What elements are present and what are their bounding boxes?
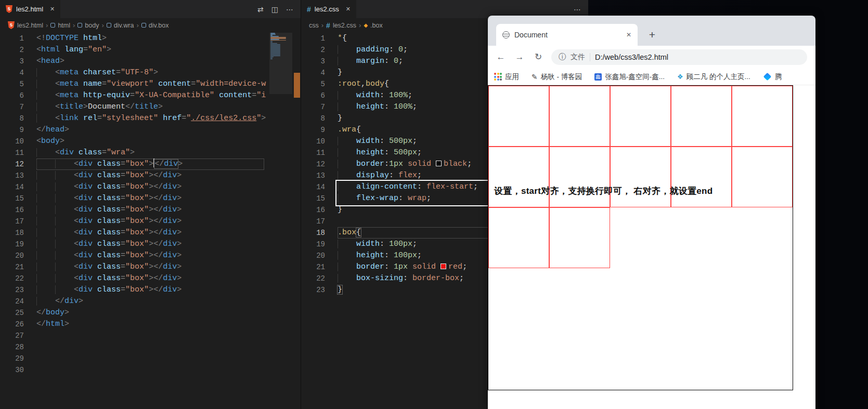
code-token: body: [366, 80, 384, 88]
browser-tab-document[interactable]: Document ✕: [496, 24, 638, 46]
breadcrumb-item[interactable]: html: [50, 22, 70, 29]
code-token: display: [356, 171, 389, 180]
code-token: ": [186, 114, 191, 123]
line-number: 16: [301, 204, 325, 216]
bookmark-item[interactable]: ❖顾二凡 的个人主页...: [677, 72, 750, 82]
code-line[interactable]: <title>Document</title>: [36, 101, 264, 113]
code-line[interactable]: <div class="box"></div>: [36, 227, 264, 239]
bookmark-item[interactable]: ✎杨耿 - 博客园: [532, 72, 582, 82]
bookmark-item[interactable]: 应用: [494, 72, 519, 82]
code-token: black: [444, 160, 467, 168]
compare-changes-icon[interactable]: ⇄: [257, 5, 264, 14]
bookmark-item[interactable]: 鑫张鑫旭-鑫空间-鑫...: [594, 72, 665, 82]
breadcrumb-item[interactable]: ◆.box: [364, 22, 382, 29]
code-token: width: [356, 137, 380, 146]
breadcrumb-item[interactable]: body: [77, 22, 99, 29]
code-line[interactable]: <div class="box"></div>: [36, 204, 264, 216]
tab-les2-css[interactable]: # les2.css ✕: [301, 0, 357, 18]
line-number: 2: [301, 44, 325, 56]
close-icon[interactable]: ✕: [50, 6, 55, 12]
back-button[interactable]: ←: [493, 49, 509, 65]
code-token: =: [97, 114, 102, 123]
forward-button[interactable]: →: [512, 49, 527, 65]
breadcrumb-item[interactable]: 5les2.html: [8, 21, 43, 29]
code-token: [338, 148, 356, 157]
code-token: }: [338, 285, 342, 294]
code-line[interactable]: <meta http-equiv="X-UA-Compatible" conte…: [36, 90, 264, 101]
code-line[interactable]: <div class="box"></div>: [36, 239, 264, 250]
more-actions-icon[interactable]: ⋯: [286, 5, 293, 14]
code-line[interactable]: <div class="box"></div>: [36, 170, 264, 181]
code-line[interactable]: <!DOCTYPE html>: [36, 33, 264, 44]
reload-button[interactable]: ↻: [530, 49, 546, 65]
breadcrumb-item[interactable]: css: [309, 22, 319, 29]
code-line[interactable]: <body>: [36, 136, 264, 147]
new-tab-button[interactable]: +: [645, 28, 659, 43]
code-token: [93, 240, 97, 248]
code-line[interactable]: <link rel="stylesheet" href="./css/les2.…: [36, 113, 264, 124]
breadcrumb-label: .box: [370, 22, 383, 29]
code-line[interactable]: <meta charset="UTF-8">: [36, 67, 264, 78]
code-token: div: [163, 262, 177, 271]
code-line[interactable]: <meta name="viewport" content="width=dev…: [36, 78, 264, 90]
code-token: [431, 160, 436, 168]
html-editor[interactable]: 1234567891011121314151617181920212223242…: [0, 32, 301, 409]
code-token: [93, 205, 97, 214]
red-flex-box: [549, 147, 610, 207]
browser-toolbar: ← → ↻ ⓘ 文件 D:/web/css3/les2.html: [488, 46, 815, 69]
code-line[interactable]: <div class="wra">: [36, 147, 264, 159]
code-token: ,: [361, 80, 366, 88]
breadcrumb-item[interactable]: #les2.css: [326, 22, 356, 29]
split-editor-icon[interactable]: ◫: [271, 5, 278, 14]
address-bar[interactable]: ⓘ 文件 D:/web/css3/les2.html: [551, 49, 807, 65]
code-line[interactable]: [36, 353, 264, 364]
code-line[interactable]: </div>: [36, 296, 264, 307]
code-token: 100px: [394, 251, 417, 260]
code-line[interactable]: <div class="box"></div>: [36, 216, 264, 227]
code-token: </: [153, 194, 163, 203]
code-line[interactable]: [36, 364, 264, 376]
minimap[interactable]: [270, 33, 291, 409]
info-icon[interactable]: ⓘ: [559, 52, 566, 62]
code-token: *: [338, 34, 342, 43]
code-line[interactable]: [36, 341, 264, 353]
bookmark-item[interactable]: 腾: [763, 72, 782, 82]
tab-les2-html[interactable]: 5 les2.html ✕: [0, 0, 61, 18]
code-line[interactable]: </html>: [36, 319, 264, 330]
code-line[interactable]: <div class="box"></div>: [36, 181, 264, 193]
code-line[interactable]: <div class="box"></div>: [36, 250, 264, 261]
line-number: 17: [301, 216, 325, 227]
code-line[interactable]: <div class="box"></div>: [36, 193, 264, 204]
code-line[interactable]: <head>: [36, 56, 264, 67]
code-line[interactable]: <html lang="en">: [36, 44, 264, 56]
code-line[interactable]: <div class="box"></div>: [36, 159, 264, 170]
code-token: </: [55, 297, 64, 306]
close-icon[interactable]: ✕: [626, 31, 631, 38]
code-line[interactable]: <div class="box"></div>: [36, 273, 264, 284]
code-token: >: [64, 125, 69, 134]
breadcrumb-html: 5les2.html›html›body›div.wra›div.box: [0, 18, 301, 32]
code-line[interactable]: </body>: [36, 307, 264, 319]
code-token: [36, 80, 55, 88]
red-flex-box: [732, 147, 793, 207]
breadcrumb-item[interactable]: div.wra: [107, 22, 134, 29]
code-token: ;: [403, 45, 408, 54]
code-token: >: [177, 262, 182, 271]
more-actions-icon[interactable]: ⋯: [574, 5, 581, 14]
minimap-slider[interactable]: [269, 33, 292, 94]
line-number: 19: [0, 239, 24, 250]
code-line[interactable]: <div class="box"></div>: [36, 284, 264, 296]
code-token: <: [36, 57, 41, 65]
close-icon[interactable]: ✕: [346, 6, 351, 12]
code-line[interactable]: [36, 330, 264, 341]
code-token: :: [384, 57, 394, 65]
line-number: 23: [301, 284, 325, 296]
code-token: >: [83, 102, 88, 111]
breadcrumb-item[interactable]: div.box: [141, 22, 169, 29]
code-token: ;: [467, 160, 472, 168]
code-token: ;: [412, 137, 417, 146]
code-line[interactable]: <div class="box"></div>: [36, 261, 264, 273]
url-scheme-label: 文件: [571, 52, 585, 62]
code-line[interactable]: </head>: [36, 124, 264, 136]
code-token: :: [403, 274, 412, 283]
